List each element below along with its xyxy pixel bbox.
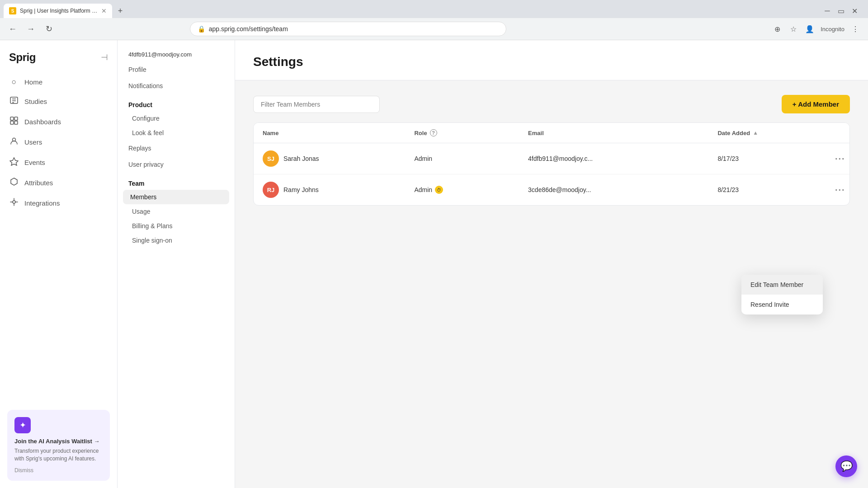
- table-row: SJ Sarah Jonas Admin 4fdfb911@moodjoy.c.…: [254, 143, 849, 174]
- settings-nav-sso[interactable]: Single sign-on: [118, 233, 235, 248]
- td-email-sarah: 4fdfb911@moodjoy.c...: [519, 148, 708, 169]
- incognito-label: Incognito: [821, 26, 844, 33]
- sidebar-item-events-label: Events: [24, 159, 45, 166]
- sidebar-item-integrations-label: Integrations: [24, 199, 60, 207]
- td-email-ramy: 3cde86de@moodjoy...: [519, 179, 708, 201]
- team-table: Name Role ? Email Date Added ▲: [253, 122, 850, 206]
- settings-nav-profile[interactable]: Profile: [118, 61, 235, 78]
- settings-nav-members[interactable]: Members: [123, 190, 229, 204]
- pending-icon: ⏱: [435, 186, 443, 194]
- sort-asc-icon: ▲: [753, 130, 758, 136]
- settings-sidebar: 4fdfb911@moodjoy.com Profile Notificatio…: [118, 40, 235, 488]
- th-email: Email: [519, 123, 708, 143]
- logo-text: Sprig: [9, 51, 36, 64]
- avatar-ramy: RJ: [263, 182, 279, 198]
- collapse-sidebar-button[interactable]: ⊣: [101, 52, 108, 62]
- email-sarah: 4fdfb911@moodjoy.c...: [528, 155, 593, 162]
- minimize-icon[interactable]: ─: [821, 5, 834, 17]
- maximize-icon[interactable]: ▭: [835, 5, 847, 17]
- profile-icon[interactable]: 👤: [802, 22, 817, 36]
- settings-nav-usage[interactable]: Usage: [118, 204, 235, 219]
- settings-nav-replays[interactable]: Replays: [118, 140, 235, 156]
- sidebar-item-home-label: Home: [24, 78, 42, 86]
- window-controls: ─ ▭ ✕: [821, 5, 864, 17]
- sidebar-item-studies-label: Studies: [24, 98, 47, 105]
- page-title: Settings: [253, 55, 850, 69]
- new-tab-button[interactable]: +: [114, 5, 127, 17]
- sidebar-item-integrations[interactable]: Integrations: [0, 193, 117, 213]
- name-sarah: Sarah Jonas: [283, 155, 319, 162]
- td-role-ramy: Admin ⏱: [405, 178, 519, 201]
- left-sidebar: Sprig ⊣ ○ Home Studies: [0, 40, 118, 488]
- more-options-sarah[interactable]: ···: [831, 152, 849, 166]
- td-date-ramy: 8/21/23: [708, 179, 822, 201]
- filter-team-members-input[interactable]: [253, 96, 380, 113]
- settings-section-team: Team: [118, 173, 235, 190]
- back-button[interactable]: ←: [5, 22, 20, 36]
- settings-section-product: Product: [118, 94, 235, 111]
- tab-title: Sprig | User Insights Platform for...: [20, 8, 98, 14]
- browser-chrome: S Sprig | User Insights Platform for... …: [0, 0, 868, 40]
- bookmark-icon[interactable]: ☆: [786, 22, 801, 36]
- td-date-sarah: 8/17/23: [708, 148, 822, 169]
- browser-tab[interactable]: S Sprig | User Insights Platform for... …: [4, 4, 112, 18]
- content-area: + Add Member Name Role ? Email: [235, 80, 868, 488]
- name-ramy: Ramy Johns: [283, 186, 319, 193]
- events-icon: [9, 157, 19, 168]
- dropdown-resend-invite[interactable]: Resend Invite: [741, 295, 823, 314]
- role-ramy: Admin: [414, 186, 432, 193]
- table-controls: + Add Member: [253, 95, 850, 113]
- th-actions: [822, 123, 849, 143]
- th-name: Name: [254, 123, 405, 143]
- sidebar-item-events[interactable]: Events: [0, 152, 117, 173]
- lock-icon: 🔒: [198, 25, 205, 33]
- refresh-button[interactable]: ↻: [42, 22, 56, 36]
- close-window-icon[interactable]: ✕: [848, 5, 861, 17]
- sidebar-item-studies[interactable]: Studies: [0, 91, 117, 112]
- td-role-sarah: Admin: [405, 148, 519, 169]
- ai-analysis-card: ✦ Join the AI Analysis Waitlist → Transf…: [7, 410, 110, 481]
- settings-nav-billing[interactable]: Billing & Plans: [118, 219, 235, 233]
- td-name-ramy: RJ Ramy Johns: [254, 174, 405, 205]
- address-text: app.sprig.com/settings/team: [209, 25, 499, 33]
- more-options-ramy[interactable]: ···: [831, 183, 849, 197]
- logo-area: Sprig ⊣: [0, 40, 117, 73]
- email-ramy: 3cde86de@moodjoy...: [528, 186, 591, 193]
- ai-card-description: Transform your product experience with S…: [14, 447, 103, 463]
- settings-nav-configure[interactable]: Configure: [118, 111, 235, 126]
- dropdown-edit-team-member[interactable]: Edit Team Member: [741, 275, 823, 295]
- attributes-icon: [9, 177, 19, 188]
- settings-nav-look-feel[interactable]: Look & feel: [118, 126, 235, 140]
- td-more-ramy: ···: [822, 176, 849, 204]
- date-sarah: 8/17/23: [717, 155, 739, 162]
- home-icon: ○: [9, 77, 19, 87]
- cast-icon[interactable]: ⊕: [770, 22, 784, 36]
- tab-favicon: S: [9, 7, 16, 14]
- forward-button[interactable]: →: [24, 22, 38, 36]
- main-content: Settings + Add Member Name Role ?: [235, 40, 868, 488]
- settings-email: 4fdfb911@moodjoy.com: [118, 40, 235, 61]
- sidebar-item-attributes[interactable]: Attributes: [0, 173, 117, 193]
- chat-bubble-button[interactable]: 💬: [835, 455, 857, 477]
- address-bar[interactable]: 🔒 app.sprig.com/settings/team: [190, 22, 506, 36]
- td-name-sarah: SJ Sarah Jonas: [254, 143, 405, 174]
- dashboards-icon: [9, 116, 19, 127]
- settings-nav-user-privacy[interactable]: User privacy: [118, 156, 235, 173]
- close-tab-icon[interactable]: ✕: [101, 7, 107, 14]
- sidebar-item-home[interactable]: ○ Home: [0, 73, 117, 91]
- settings-nav-notifications[interactable]: Notifications: [118, 78, 235, 94]
- svg-point-10: [13, 201, 15, 203]
- date-ramy: 8/21/23: [717, 186, 739, 193]
- sidebar-item-users[interactable]: Users: [0, 132, 117, 152]
- sidebar-item-dashboards[interactable]: Dashboards: [0, 112, 117, 132]
- ai-card-dismiss-button[interactable]: Dismiss: [14, 467, 103, 474]
- td-more-sarah: ···: [822, 145, 849, 173]
- ai-card-icon: ✦: [14, 417, 31, 433]
- add-member-button[interactable]: + Add Member: [782, 95, 850, 113]
- th-date-added[interactable]: Date Added ▲: [708, 123, 822, 143]
- table-header: Name Role ? Email Date Added ▲: [254, 123, 849, 143]
- table-row: RJ Ramy Johns Admin ⏱ 3cde86de@moodjoy..…: [254, 174, 849, 205]
- menu-icon[interactable]: ⋮: [848, 22, 863, 36]
- ai-card-title[interactable]: Join the AI Analysis Waitlist →: [14, 438, 103, 445]
- role-help-icon[interactable]: ?: [430, 129, 437, 136]
